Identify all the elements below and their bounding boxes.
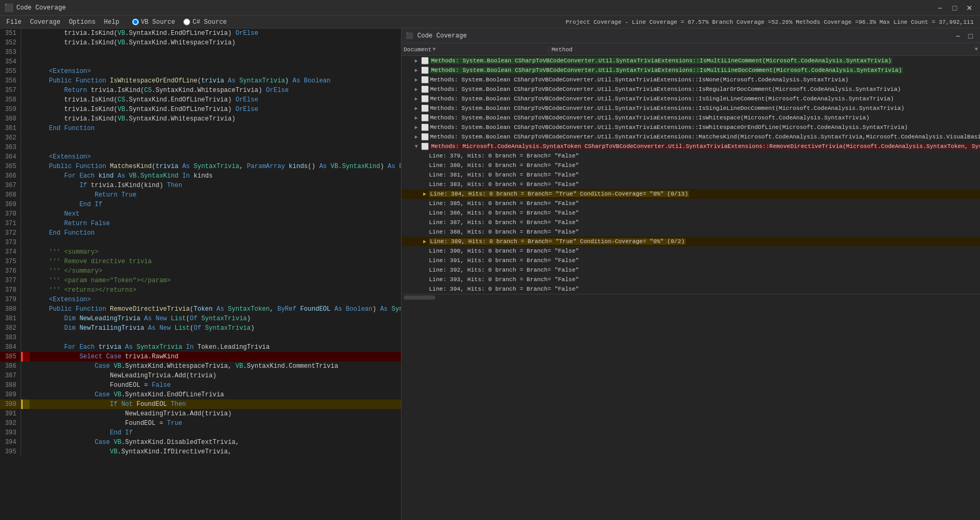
list-item: Line: 379, Hits: 0 branch = Branch= "Fal…	[402, 151, 980, 161]
table-row: 385 Select Case trivia.RawKind	[0, 352, 401, 361]
table-row: 382 Dim NewTrailingTrivia As New List(Of…	[0, 323, 401, 333]
code-lines-container[interactable]: 351 trivia.IsKind(VB.SyntaxKind.EndOfLin…	[0, 29, 401, 520]
window-controls: − □ ✕	[934, 3, 976, 13]
table-row: 374 ''' <summary>	[0, 247, 401, 257]
table-row: 366 For Each kind As VB.SyntaxKind In ki…	[0, 171, 401, 181]
table-row: 381 Dim NewLeadingTrivia As New List(Of …	[0, 314, 401, 323]
horizontal-scrollbar[interactable]	[402, 294, 980, 300]
list-item[interactable]: ▶ ⬜ Methods: System.Boolean CSharpToVBCo…	[402, 94, 980, 104]
table-row: 387 NewLeadingTrivia.Add(trivia)	[0, 371, 401, 380]
method-icon: ⬜	[421, 66, 429, 75]
list-item: Line: 394, Hits: 0 branch = Branch= "Fal…	[402, 284, 980, 294]
coverage-panel: ⬛ Code Coverage − □ Document ▼ Method ▼	[402, 29, 980, 520]
table-row: 380 Public Function RemoveDirectiveTrivi…	[0, 304, 401, 314]
menu-help[interactable]: Help	[100, 17, 124, 27]
expander-icon[interactable]: ▶	[412, 76, 421, 84]
expander-icon[interactable]: ▶	[412, 85, 421, 94]
list-item[interactable]: ▶ ⬜ Methods: System.Boolean CSharpToVBCo…	[402, 104, 980, 113]
table-row: 386 Case VB.SyntaxKind.WhitespaceTrivia,…	[0, 361, 401, 371]
expander-icon[interactable]: ▼	[412, 142, 421, 151]
list-item: ▶ Line: 389, Hits: 0 branch = Branch= "T…	[402, 237, 980, 246]
table-row: 375 ''' Remove directive trivia	[0, 257, 401, 266]
column-method[interactable]: Method ▼	[549, 47, 980, 53]
cs-source-radio[interactable]: C# Source	[183, 18, 227, 26]
coverage-content[interactable]: ▶ ⬜ Methods: System.Boolean CSharpToVBCo…	[402, 56, 980, 520]
list-item[interactable]: ▶ ⬜ Methods: System.Boolean CSharpToVBCo…	[402, 123, 980, 132]
list-item[interactable]: ▶ ⬜ Methods: System.Boolean CSharpToVBCo…	[402, 85, 980, 94]
menu-options[interactable]: Options	[64, 17, 99, 27]
table-row: 358 trivia.IsKind(CS.SyntaxKind.EndOfLin…	[0, 95, 401, 105]
table-row: 364 <Extension>	[0, 152, 401, 162]
table-row: 378 ''' <returns></returns>	[0, 285, 401, 295]
table-row: 370 Next	[0, 209, 401, 219]
table-row: 355 <Extension>	[0, 67, 401, 76]
column-document[interactable]: Document ▼	[402, 47, 549, 53]
maximize-button[interactable]: □	[948, 3, 961, 13]
method-icon: ⬜	[421, 104, 429, 113]
table-row: 371 Return False	[0, 219, 401, 228]
expander-icon[interactable]: ▶	[421, 190, 429, 198]
method-dropdown-icon[interactable]: ▼	[975, 47, 978, 52]
table-row: 373	[0, 238, 401, 247]
panel-controls: − □	[953, 31, 976, 41]
panel-title: Code Coverage	[417, 32, 467, 40]
list-item[interactable]: ▼ ⬜ Methods: Microsoft.CodeAnalysis.Synt…	[402, 142, 980, 151]
scrollbar-thumb[interactable]	[404, 295, 435, 300]
list-item: Line: 385, Hits: 0 branch = Branch= "Fal…	[402, 199, 980, 208]
menu-coverage[interactable]: Coverage	[26, 17, 65, 27]
list-item[interactable]: ▶ ⬜ Methods: System.Boolean CSharpToVBCo…	[402, 66, 980, 75]
list-item: Line: 391, Hits: 0 branch = Branch= "Fal…	[402, 256, 980, 265]
list-item[interactable]: ▶ ⬜ Methods: System.Boolean CSharpToVBCo…	[402, 113, 980, 123]
expander-icon[interactable]: ▶	[412, 123, 421, 132]
expander-icon[interactable]: ▶	[412, 133, 421, 141]
method-icon: ⬜	[421, 114, 429, 122]
list-item: Line: 390, Hits: 0 branch = Branch= "Fal…	[402, 246, 980, 256]
close-button[interactable]: ✕	[963, 3, 976, 13]
table-row: 357 Return trivia.IsKind(CS.SyntaxKind.W…	[0, 86, 401, 95]
table-row: 388 FoundEOL = False	[0, 380, 401, 390]
expander-icon[interactable]: ▶	[412, 57, 421, 65]
minimize-button[interactable]: −	[934, 3, 946, 13]
method-icon: ⬜	[421, 57, 429, 65]
table-row: 361 End Function	[0, 124, 401, 133]
table-row: 383	[0, 333, 401, 342]
expander-icon[interactable]: ▶	[421, 237, 429, 246]
panel-minimize-button[interactable]: −	[953, 31, 963, 41]
expander-icon[interactable]: ▶	[412, 114, 421, 122]
title-bar: ⬛ Code Coverage − □ ✕	[0, 0, 980, 16]
table-row: 372 End Function	[0, 228, 401, 238]
list-item[interactable]: ▶ ⬜ Methods: System.Boolean CSharpToVBCo…	[402, 56, 980, 66]
main-layout: 351 trivia.IsKind(VB.SyntaxKind.EndOfLin…	[0, 29, 980, 520]
list-item: Line: 388, Hits: 0 branch = Branch= "Fal…	[402, 227, 980, 237]
table-row: 356 Public Function IsWhitespaceOrEndOfL…	[0, 76, 401, 86]
list-item: Line: 393, Hits: 0 branch = Branch= "Fal…	[402, 275, 980, 284]
table-row: 360 trivia.IsKind(VB.SyntaxKind.Whitespa…	[0, 114, 401, 124]
list-item: Line: 380, Hits: 0 branch = Branch= "Fal…	[402, 161, 980, 170]
table-row: 363	[0, 143, 401, 152]
table-row: 354	[0, 57, 401, 67]
table-row: 351 trivia.IsKind(VB.SyntaxKind.EndOfLin…	[0, 29, 401, 38]
table-row: 394 Case VB.SyntaxKind.DisabledTextTrivi…	[0, 438, 401, 447]
table-row: 384 For Each trivia As SyntaxTrivia In T…	[0, 342, 401, 352]
expander-icon[interactable]: ▶	[412, 66, 421, 75]
vb-source-radio[interactable]: VB Source	[132, 18, 175, 26]
source-radio-group: VB Source C# Source	[132, 18, 227, 26]
expander-icon[interactable]: ▶	[412, 104, 421, 113]
table-row: 376 ''' </summary>	[0, 266, 401, 276]
panel-maximize-button[interactable]: □	[965, 31, 976, 41]
table-row: 367 If trivia.IsKind(kind) Then	[0, 181, 401, 190]
list-item[interactable]: ▶ ⬜ Methods: System.Boolean CSharpToVBCo…	[402, 132, 980, 142]
expander-icon[interactable]: ▶	[412, 95, 421, 103]
method-icon: ⬜	[421, 142, 429, 151]
menu-file[interactable]: File	[2, 17, 26, 27]
table-row: 368 Return True	[0, 190, 401, 200]
method-icon: ⬜	[421, 133, 429, 141]
table-row: 392 FoundEOL = True	[0, 419, 401, 428]
method-icon: ⬜	[421, 85, 429, 94]
panel-icon: ⬛	[406, 32, 413, 39]
table-row: 390 If Not FoundEOL Then	[0, 400, 401, 409]
list-item[interactable]: ▶ ⬜ Methods: System.Boolean CSharpToVBCo…	[402, 75, 980, 85]
coverage-table-header: Document ▼ Method ▼	[402, 43, 980, 56]
table-row: 393 End If	[0, 428, 401, 438]
title-bar-text: Code Coverage	[16, 4, 66, 12]
